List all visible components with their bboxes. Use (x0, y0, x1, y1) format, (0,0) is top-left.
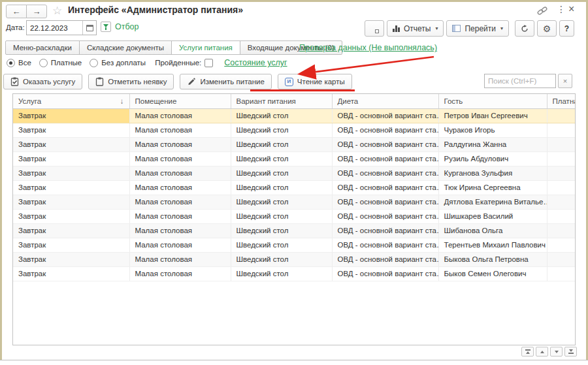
table-cell[interactable]: Шведский стол (231, 238, 332, 252)
table-cell[interactable]: Малая столовая (129, 123, 231, 137)
table-cell[interactable]: ОВД - основной вариант ста… (332, 180, 438, 195)
table-cell[interactable] (547, 266, 575, 281)
reports-button[interactable]: Отчеты ▾ (387, 20, 444, 37)
move-top-button[interactable] (521, 347, 534, 357)
table-cell[interactable]: Завтрак (13, 137, 129, 151)
table-cell[interactable]: Малая столовая (129, 266, 231, 281)
table-row[interactable]: ЗавтракМалая столоваяШведский столОВД - … (13, 223, 575, 238)
table-cell[interactable] (547, 252, 575, 266)
table-cell[interactable] (547, 137, 575, 151)
table-cell[interactable]: ОВД - основной вариант ста… (332, 123, 438, 137)
table-cell[interactable]: Малая столовая (129, 209, 231, 223)
table-cell[interactable]: Завтрак (13, 151, 129, 166)
table-cell[interactable]: ОВД - основной вариант ста… (332, 209, 438, 223)
table-cell[interactable]: Завтрак (13, 108, 129, 123)
column-header[interactable]: Платная (547, 94, 575, 108)
table-cell[interactable]: ОВД - основной вариант ста… (332, 195, 438, 209)
table-cell[interactable]: Завтрак (13, 123, 129, 137)
table-cell[interactable]: Дятлова Екатерина Виталье… (438, 195, 547, 209)
table-cell[interactable]: Шишкарев Василий (438, 209, 547, 223)
more-menu-icon[interactable]: ⋮ (557, 4, 566, 14)
table-cell[interactable]: Шведский стол (231, 123, 332, 137)
table-cell[interactable] (547, 151, 575, 166)
table-cell[interactable]: Чураков Игорь (438, 123, 547, 137)
column-header[interactable]: Диета (332, 94, 438, 108)
table-cell[interactable]: Малая столовая (129, 195, 231, 209)
data-check-link[interactable]: Проверка данных (Не выполнялась) (299, 43, 437, 52)
search-clear-button[interactable]: × (558, 74, 572, 88)
table-row[interactable]: ЗавтракМалая столоваяШведский столОВД - … (13, 266, 575, 281)
table-row[interactable]: ЗавтракМалая столоваяШведский столОВД - … (13, 180, 575, 195)
table-cell[interactable]: Малая столовая (129, 166, 231, 180)
table-cell[interactable]: ОВД - основной вариант ста… (332, 238, 438, 252)
table-cell[interactable]: ОВД - основной вариант ста… (332, 137, 438, 151)
table-cell[interactable]: Малая столовая (129, 238, 231, 252)
read-card-button[interactable]: И Чтение карты (278, 74, 352, 89)
table-cell[interactable]: ОВД - основной вариант ста… (332, 266, 438, 281)
help-button[interactable]: ? (559, 20, 574, 37)
table-cell[interactable]: Малая столовая (129, 180, 231, 195)
change-meal-button[interactable]: Изменить питание (180, 74, 271, 89)
close-icon[interactable]: × (568, 3, 574, 15)
column-header[interactable]: Вариант питания (231, 94, 332, 108)
table-cell[interactable]: Ралдугина Жанна (438, 137, 547, 151)
collaboration-button[interactable] (365, 20, 384, 37)
filter-icon[interactable] (101, 22, 111, 32)
table-cell[interactable] (547, 223, 575, 238)
table-cell[interactable]: Шведский стол (231, 195, 332, 209)
date-input[interactable] (27, 21, 82, 35)
radio-paid[interactable] (39, 59, 48, 67)
table-cell[interactable]: Курганова Зульфия (438, 166, 547, 180)
passed-checkbox[interactable] (204, 59, 213, 67)
table-cell[interactable] (547, 209, 575, 223)
table-cell[interactable]: Завтрак (13, 252, 129, 266)
table-cell[interactable]: Шведский стол (231, 223, 332, 238)
table-cell[interactable]: Шибанова Ольга (438, 223, 547, 238)
table-cell[interactable]: Шведский стол (231, 137, 332, 151)
table-cell[interactable]: ОВД - основной вариант ста… (332, 151, 438, 166)
tab-2[interactable]: Услуги питания (171, 40, 240, 55)
table-cell[interactable]: Терентьев Михаил Павлович (438, 238, 547, 252)
table-row[interactable]: ЗавтракМалая столоваяШведский столОВД - … (13, 252, 575, 266)
service-state-link[interactable]: Состояние услуг (224, 58, 287, 67)
move-bottom-button[interactable] (564, 347, 577, 357)
table-cell[interactable] (547, 108, 575, 123)
forward-button[interactable]: → (26, 5, 47, 18)
table-cell[interactable]: Шведский стол (231, 180, 332, 195)
table-row[interactable]: ЗавтракМалая столоваяШведский столОВД - … (13, 108, 575, 123)
column-header[interactable]: Помещение (129, 94, 231, 108)
tab-0[interactable]: Меню-раскладки (5, 40, 80, 55)
column-header[interactable]: Гость (438, 94, 547, 108)
table-cell[interactable]: Шведский стол (231, 166, 332, 180)
table-cell[interactable]: Тюк Ирина Сергеевна (438, 180, 547, 195)
table-cell[interactable]: ОВД - основной вариант ста… (332, 252, 438, 266)
table-cell[interactable]: Малая столовая (129, 151, 231, 166)
refresh-button[interactable] (515, 20, 534, 37)
provide-service-button[interactable]: Оказать услугу (3, 74, 82, 89)
table-cell[interactable]: Завтрак (13, 180, 129, 195)
date-picker-button[interactable] (82, 21, 96, 35)
table-cell[interactable]: Шведский стол (231, 209, 332, 223)
table-cell[interactable]: Завтрак (13, 209, 129, 223)
table-cell[interactable]: Шведский стол (231, 252, 332, 266)
table-cell[interactable] (547, 238, 575, 252)
table-cell[interactable]: ОВД - основной вариант ста… (332, 223, 438, 238)
table-row[interactable]: ЗавтракМалая столоваяШведский столОВД - … (13, 195, 575, 209)
table-cell[interactable]: Завтрак (13, 195, 129, 209)
table-cell[interactable]: ОВД - основной вариант ста… (332, 108, 438, 123)
table-cell[interactable]: ОВД - основной вариант ста… (332, 166, 438, 180)
table-cell[interactable] (547, 166, 575, 180)
back-button[interactable]: ← (6, 5, 27, 18)
table-cell[interactable]: Быков Семен Олегович (438, 266, 547, 281)
table-cell[interactable]: Завтрак (13, 166, 129, 180)
table-cell[interactable]: Завтрак (13, 223, 129, 238)
filter-link[interactable]: Отбор (115, 22, 139, 31)
table-row[interactable]: ЗавтракМалая столоваяШведский столОВД - … (13, 151, 575, 166)
column-header[interactable]: Услуга↓ (13, 94, 129, 108)
goto-button[interactable]: Перейти ▾ (446, 20, 509, 37)
radio-all[interactable] (7, 59, 15, 67)
table-cell[interactable]: Малая столовая (129, 252, 231, 266)
table-cell[interactable]: Рузиль Абдулович (438, 151, 547, 166)
tab-1[interactable]: Складские документы (79, 40, 172, 55)
move-down-button[interactable] (550, 347, 563, 357)
